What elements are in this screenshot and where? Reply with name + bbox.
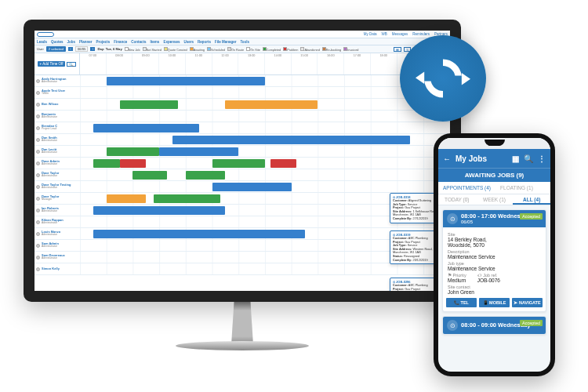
menu-finance[interactable]: Finance (114, 40, 127, 44)
user-row[interactable]: Ben Wilcox (34, 99, 80, 111)
search-icon[interactable]: 🔍 (67, 62, 76, 67)
calendar-icon[interactable]: ▦ (512, 154, 519, 163)
legend-item[interactable]: Problem (283, 47, 298, 52)
job-block[interactable] (159, 147, 238, 156)
mobile-job-list[interactable]: ⊙ 08:00 - 17:00 Wednesday 06/05 Accepted… (438, 205, 550, 343)
menu-projects[interactable]: Projects (96, 40, 111, 44)
subtab-week[interactable]: WEEK (1) (476, 194, 514, 205)
menu-contacts[interactable]: Contacts (131, 40, 146, 44)
job-block[interactable] (93, 159, 120, 168)
topbar-link[interactable]: My Data (364, 32, 377, 36)
user-row[interactable]: Dave TaylorManager (34, 193, 80, 205)
legend-item[interactable]: Abandoned (300, 47, 319, 52)
user-row[interactable]: Dan LevittAdministrator (34, 146, 80, 158)
job-card[interactable]: ⊙ 08:00 - 09:00 Wednesday Accepted (442, 316, 546, 335)
mobile-button[interactable]: 📱 MOBILE (479, 298, 510, 307)
job-block[interactable] (212, 159, 265, 168)
user-row[interactable]: Dave Taylor TestingAdministrator (34, 181, 80, 193)
legend-item[interactable]: Invoiced (343, 47, 358, 52)
search-icon[interactable]: 🔍 (524, 154, 533, 163)
job-block[interactable] (132, 171, 167, 180)
job-block[interactable] (120, 159, 147, 168)
schedule-row[interactable] (80, 75, 450, 87)
legend-item[interactable]: Awaiting (190, 47, 205, 52)
job-block[interactable] (225, 100, 318, 109)
schedule-row[interactable] (80, 111, 450, 122)
job-block[interactable] (172, 136, 410, 144)
topbar-link[interactable]: Reminders (412, 32, 430, 36)
prev-day-button[interactable]: ‹ (68, 47, 73, 51)
job-block[interactable] (270, 159, 297, 168)
schedule-row[interactable] (80, 158, 450, 169)
schedule-row[interactable] (80, 122, 450, 134)
menu-expenses[interactable]: Expenses (163, 40, 180, 44)
user-row[interactable]: Dave AdminAdministrator (34, 158, 80, 169)
menu-tools[interactable]: Tools (240, 40, 249, 44)
job-block[interactable] (93, 124, 199, 132)
view-option-button[interactable]: ▦ (394, 47, 401, 52)
navigate-button[interactable]: ➤ NAVIGATE (512, 298, 543, 307)
schedule-body[interactable]: ? ⊙ JOB-0318Customer: Aligned GutteringJ… (80, 75, 450, 291)
job-block[interactable] (107, 77, 265, 85)
topbar-link[interactable]: Messages (392, 32, 408, 36)
user-selected-chip[interactable]: 2 selected (46, 46, 66, 52)
tab-appointments[interactable]: APPOINTMENTS (4) (438, 182, 495, 194)
legend-item[interactable]: On Site (246, 47, 260, 52)
menu-reports[interactable]: Reports (198, 40, 211, 44)
schedule-row[interactable] (80, 263, 450, 275)
tel-button[interactable]: 📞 TEL (446, 298, 477, 307)
job-block[interactable] (186, 171, 226, 180)
legend-item[interactable]: Completed (263, 47, 281, 52)
topbar-link[interactable]: WB (381, 32, 387, 36)
user-row[interactable]: Sam DevereauxAdministrator (34, 252, 80, 263)
legend-item[interactable]: Re-booking (322, 47, 341, 52)
subtab-today[interactable]: TODAY (0) (438, 194, 476, 205)
job-block[interactable] (93, 230, 305, 238)
user-row[interactable]: Simon Kelly (34, 263, 80, 275)
schedule-row[interactable] (80, 181, 450, 193)
legend-item[interactable]: New Job (125, 47, 140, 52)
tab-floating[interactable]: FLOATING (1) (495, 182, 538, 194)
app-logo[interactable] (37, 32, 54, 37)
user-row[interactable]: Sam AdminAdministrator (34, 240, 80, 252)
next-day-button[interactable]: › (90, 47, 95, 51)
job-block[interactable] (154, 194, 220, 203)
job-block[interactable] (120, 100, 178, 109)
schedule-row[interactable] (80, 99, 450, 111)
job-block[interactable] (107, 147, 159, 156)
legend-item[interactable]: Scheduled (207, 47, 225, 52)
add-time-off-button[interactable]: + Add Time Off 🔍 (34, 53, 80, 75)
user-row[interactable]: Brendan CProject Lead (34, 122, 80, 134)
job-block[interactable] (93, 206, 226, 215)
menu-file-manager[interactable]: File Manager (215, 40, 237, 44)
user-row[interactable]: Kilean RappanAdministrator (34, 216, 80, 228)
user-row[interactable]: Apple Test UserTester (34, 87, 80, 99)
user-row[interactable]: Dan SmithAdministrator (34, 134, 80, 146)
menu-items[interactable]: Items (151, 40, 160, 44)
subtab-all[interactable]: ALL (4) (513, 194, 550, 205)
schedule-row[interactable] (80, 146, 450, 158)
user-row[interactable]: Dave TaylorAdministrator (34, 169, 80, 181)
menu-planner[interactable]: Planner (79, 40, 93, 44)
schedule-row[interactable] (80, 134, 450, 146)
legend-item[interactable]: On Route (227, 47, 244, 52)
menu-jobs[interactable]: Jobs (67, 40, 76, 44)
awaiting-jobs-banner[interactable]: AWAITING JOBS (9) (438, 168, 550, 182)
date-input[interactable]: 06/05 (75, 46, 88, 52)
menu-quotes[interactable]: Quotes (51, 40, 64, 44)
job-card[interactable]: ⊙ 08:00 - 17:00 Wednesday 06/05 Accepted… (442, 209, 546, 312)
legend-item[interactable]: Quote Created (164, 47, 187, 52)
schedule-row[interactable] (80, 87, 450, 99)
back-icon[interactable]: ← (443, 154, 451, 163)
more-icon[interactable]: ⋮ (538, 154, 546, 163)
user-row[interactable]: BenjaminAdministrator (34, 111, 80, 122)
user-row[interactable]: Andy HarringtonAdministrator (34, 75, 80, 87)
user-row[interactable]: Ian RobertsAdministrator (34, 205, 80, 216)
user-row[interactable]: Louis ManzoAdministrator (34, 228, 80, 240)
menu-users[interactable]: Users (183, 40, 194, 44)
job-block[interactable] (212, 183, 292, 191)
legend-item[interactable]: Not Started (143, 47, 162, 52)
menu-leads[interactable]: Leads (37, 40, 47, 44)
job-block[interactable] (107, 194, 147, 203)
schedule-row[interactable] (80, 169, 450, 181)
